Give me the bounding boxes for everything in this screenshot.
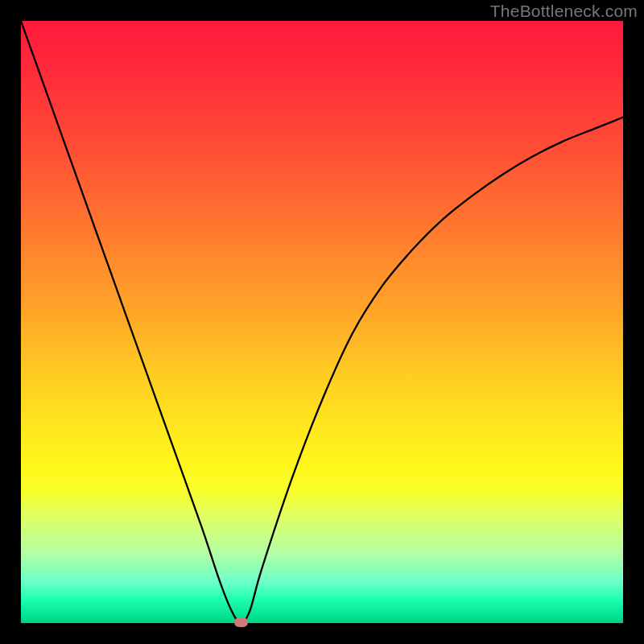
plot-area: [21, 21, 623, 623]
curve-layer: [21, 21, 623, 623]
watermark-text: TheBottleneck.com: [490, 2, 638, 21]
bottleneck-curve: [21, 21, 623, 623]
minimum-marker: [234, 617, 248, 627]
chart-frame: TheBottleneck.com: [0, 0, 644, 644]
